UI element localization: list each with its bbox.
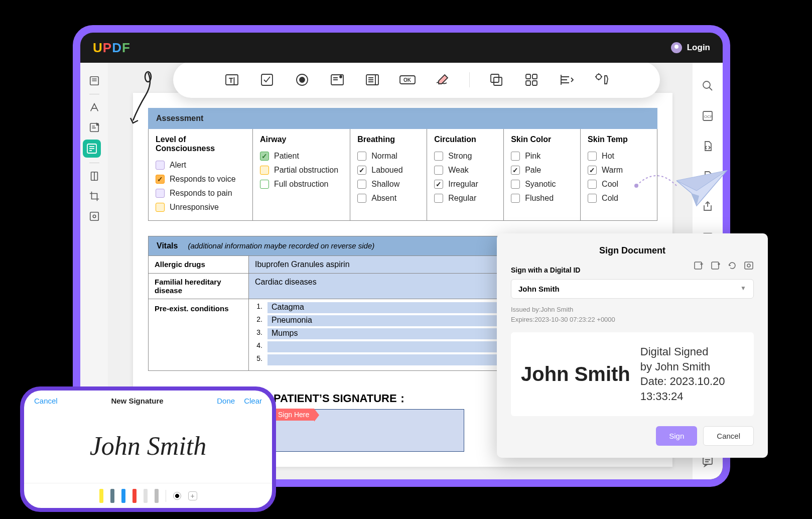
sidebar-form-icon[interactable] — [83, 140, 101, 158]
checkbox[interactable] — [434, 166, 443, 175]
col-title-skintemp: Skin Temp — [588, 135, 650, 144]
checkbox[interactable] — [260, 152, 269, 161]
checkbox[interactable] — [511, 152, 520, 161]
svg-point-19 — [300, 77, 305, 82]
svg-rect-32 — [494, 77, 502, 85]
checkbox[interactable] — [511, 166, 520, 175]
checkbox[interactable] — [260, 166, 269, 175]
checkbox[interactable] — [156, 203, 165, 212]
svg-line-43 — [709, 87, 712, 90]
textfield-tool-icon[interactable]: T| — [223, 71, 240, 88]
protect-icon[interactable] — [700, 168, 716, 184]
new-id-icon[interactable] — [694, 261, 704, 270]
pen-gray[interactable] — [110, 489, 114, 503]
ocr-icon[interactable]: OCR — [700, 108, 716, 124]
checkbox[interactable] — [588, 194, 597, 203]
button-tool-icon[interactable]: OK — [399, 71, 416, 88]
checkbox[interactable] — [434, 152, 443, 161]
listbox-tool-icon[interactable] — [364, 71, 381, 88]
phone-signature-canvas[interactable]: John Smith — [24, 409, 272, 483]
digital-id-select[interactable]: John Smith ▼ — [511, 279, 754, 299]
svg-point-58 — [747, 264, 750, 267]
search-icon[interactable] — [700, 78, 716, 94]
radio-tool-icon[interactable] — [294, 71, 311, 88]
avatar-icon — [671, 42, 682, 53]
pen-pencil[interactable] — [155, 489, 159, 503]
cancel-button[interactable]: Cancel — [703, 426, 754, 446]
sidebar-tools-icon[interactable] — [86, 208, 102, 224]
grid-tool-icon[interactable] — [523, 71, 540, 88]
checkbox[interactable] — [511, 180, 520, 189]
dialog-toolbar — [694, 261, 754, 270]
issued-by-text: Issued by:John Smith — [511, 305, 754, 315]
color-picker-icon[interactable] — [173, 492, 181, 500]
convert-icon[interactable] — [700, 138, 716, 154]
checkbox[interactable] — [357, 194, 366, 203]
col-title-airway: Airway — [260, 135, 343, 144]
svg-rect-34 — [532, 74, 537, 79]
checkbox[interactable] — [156, 175, 165, 184]
svg-point-14 — [93, 215, 96, 218]
checkbox[interactable] — [434, 180, 443, 189]
pen-blue[interactable] — [121, 489, 125, 503]
svg-point-23 — [340, 76, 342, 78]
svg-text:OCR: OCR — [704, 114, 713, 119]
expires-text: Expires:2023-10-30 07:23:22 +0000 — [511, 315, 754, 325]
pen-red[interactable] — [132, 489, 137, 503]
svg-rect-13 — [90, 212, 98, 221]
copy-tool-icon[interactable] — [488, 71, 505, 88]
checkbox[interactable] — [434, 194, 443, 203]
phone-clear-button[interactable]: Clear — [244, 397, 262, 405]
svg-rect-56 — [712, 262, 719, 269]
refresh-icon[interactable] — [728, 261, 737, 270]
sign-button[interactable]: Sign — [656, 426, 697, 446]
checkbox[interactable] — [588, 180, 597, 189]
checkbox[interactable] — [357, 180, 366, 189]
svg-rect-17 — [261, 74, 273, 85]
checkbox[interactable] — [588, 166, 597, 175]
signature-field[interactable]: Sign Here — [274, 409, 464, 452]
checkbox[interactable] — [156, 189, 165, 198]
import-id-icon[interactable] — [711, 261, 721, 270]
form-toolbar: T| OK — [173, 63, 660, 98]
checkbox-tool-icon[interactable] — [258, 71, 276, 88]
login-button[interactable]: Login — [671, 42, 710, 53]
pen-yellow[interactable] — [99, 489, 103, 503]
share-icon[interactable] — [700, 198, 716, 214]
svg-rect-57 — [745, 262, 753, 269]
svg-text:T|: T| — [229, 76, 235, 84]
svg-rect-31 — [491, 74, 499, 82]
svg-rect-35 — [526, 81, 530, 85]
checkbox[interactable] — [357, 152, 366, 161]
sidebar-pages-icon[interactable] — [86, 168, 102, 184]
dropdown-tool-icon[interactable] — [329, 71, 346, 88]
assessment-table: Level of Consciousness Alert Responds to… — [148, 129, 657, 221]
sign-document-dialog: Sign Document Sign with a Digital ID Joh… — [497, 233, 768, 458]
add-pen-icon[interactable]: + — [188, 491, 197, 500]
sidebar-comment-icon[interactable] — [86, 119, 102, 136]
preview-name: John Smith — [521, 363, 630, 385]
form-settings-tool-icon[interactable] — [593, 71, 610, 88]
checkbox[interactable] — [511, 194, 520, 203]
login-label: Login — [687, 43, 710, 53]
phone-mockup: Cancel New Signature Done Clear John Smi… — [20, 386, 276, 512]
checkbox[interactable] — [156, 161, 165, 170]
dialog-title: Sign Document — [511, 245, 754, 256]
phone-cancel-button[interactable]: Cancel — [34, 397, 58, 405]
sidebar-thumbnails-icon[interactable] — [86, 73, 102, 89]
phone-title: New Signature — [111, 397, 163, 405]
checkbox[interactable] — [357, 166, 366, 175]
checkbox[interactable] — [588, 152, 597, 161]
checkbox[interactable] — [260, 180, 269, 189]
appearance-icon[interactable] — [744, 261, 754, 270]
pen-eraser[interactable] — [144, 489, 148, 503]
preview-details: Digital Signed by John Smith Date: 2023.… — [640, 344, 725, 404]
phone-header: Cancel New Signature Done Clear — [24, 391, 272, 409]
phone-done-button[interactable]: Done — [217, 397, 235, 405]
col-title-skincolor: Skin Color — [511, 135, 573, 144]
sign-here-tag: Sign Here — [273, 409, 314, 421]
align-tool-icon[interactable] — [558, 71, 575, 88]
signature-tool-icon[interactable] — [434, 71, 451, 88]
sidebar-crop-icon[interactable] — [86, 188, 102, 204]
sidebar-highlight-icon[interactable] — [86, 99, 102, 115]
